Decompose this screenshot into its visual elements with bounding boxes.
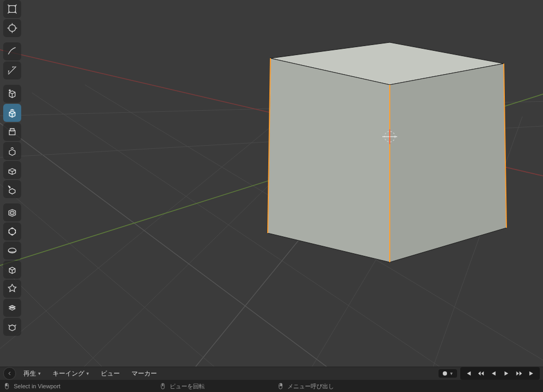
scale-cage-tool[interactable] — [3, 0, 21, 18]
knife-tool[interactable] — [3, 261, 21, 279]
annotate-tool[interactable] — [3, 42, 21, 60]
status-context-label: メニュー呼び出し — [287, 382, 334, 390]
measure-tool[interactable] — [3, 61, 21, 79]
extrude-region-tool[interactable] — [3, 104, 21, 122]
keying-menu-label: キーイング — [52, 369, 84, 378]
spin-tool[interactable] — [3, 299, 21, 317]
inset-faces-tool[interactable] — [3, 203, 21, 221]
tool-shelf — [3, 0, 21, 336]
transform-tool[interactable] — [3, 19, 21, 37]
svg-point-26 — [9, 25, 16, 32]
playback-menu[interactable]: 再生▾ — [19, 368, 45, 380]
status-rotate-hint: ビューを回転 — [159, 382, 205, 390]
mouse-left-icon — [3, 382, 11, 390]
marker-menu[interactable]: マーカー — [127, 368, 161, 380]
svg-rect-25 — [9, 6, 16, 13]
svg-rect-33 — [162, 384, 163, 386]
add-cube-tool[interactable] — [3, 85, 21, 103]
svg-marker-17 — [268, 58, 390, 262]
chevron-down-icon: ▾ — [450, 371, 453, 376]
svg-rect-35 — [281, 384, 282, 386]
svg-rect-31 — [5, 384, 7, 386]
jump-end-button[interactable] — [526, 368, 538, 379]
status-select-label: Select in Viewport — [14, 383, 60, 389]
marker-menu-label: マーカー — [132, 369, 157, 378]
mouse-middle-icon — [159, 382, 167, 390]
extrude-normals-tool[interactable] — [3, 142, 21, 160]
play-reverse-button[interactable] — [488, 368, 500, 379]
viewport-3d[interactable] — [0, 0, 543, 392]
svg-marker-18 — [390, 64, 506, 262]
mouse-right-icon — [277, 382, 284, 390]
status-bar: Select in Viewport ビューを回転 メニュー呼び出し — [0, 380, 543, 392]
status-rotate-label: ビューを回転 — [170, 382, 205, 390]
keyframe-prev-button[interactable] — [475, 368, 487, 379]
play-button[interactable] — [501, 368, 512, 379]
loop-cut-tool[interactable] — [3, 242, 21, 260]
keying-menu[interactable]: キーイング▾ — [48, 368, 93, 380]
spin-duplicates-tool[interactable] — [3, 318, 21, 336]
editor-type-dropdown[interactable] — [3, 367, 16, 380]
extrude-manifold-tool[interactable] — [3, 123, 21, 141]
playback-menu-label: 再生 — [23, 369, 36, 378]
view-menu[interactable]: ビュー — [97, 368, 124, 380]
auto-keying-toggle[interactable]: ▾ — [439, 369, 457, 378]
extrude-individual-tool[interactable] — [3, 161, 21, 179]
poly-build-tool[interactable] — [3, 280, 21, 298]
view-menu-label: ビュー — [101, 369, 120, 378]
playback-controls — [460, 367, 540, 380]
status-select-hint: Select in Viewport — [3, 382, 60, 390]
extrude-cursor-tool[interactable] — [3, 180, 21, 198]
timeline-header: 再生▾ キーイング▾ ビュー マーカー ▾ — [0, 367, 543, 380]
bevel-tool[interactable] — [3, 222, 21, 240]
svg-rect-28 — [10, 129, 14, 131]
status-context-hint: メニュー呼び出し — [277, 382, 334, 390]
keyframe-next-button[interactable] — [513, 368, 525, 379]
record-icon — [443, 371, 447, 376]
jump-start-button[interactable] — [462, 368, 474, 379]
